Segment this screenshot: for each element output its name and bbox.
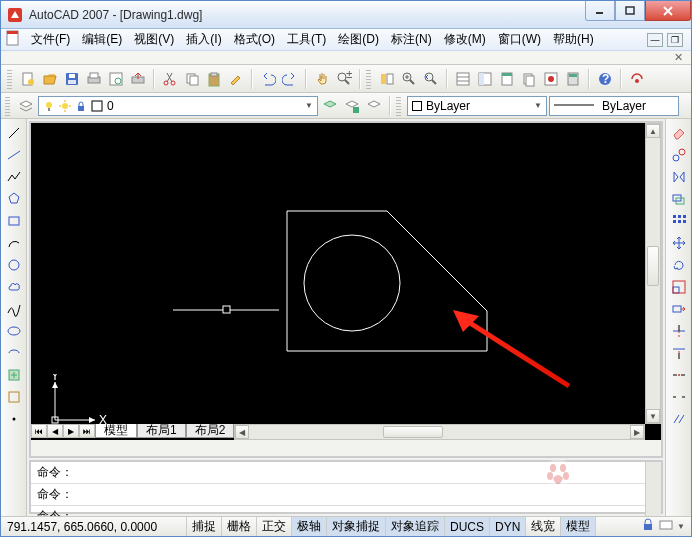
copy-button[interactable] (182, 69, 202, 89)
insert-block-tool[interactable] (4, 365, 24, 385)
ortho-toggle[interactable]: 正交 (257, 517, 292, 536)
zoom-previous-button[interactable] (421, 69, 441, 89)
layout2-tab[interactable]: 布局2 (186, 424, 235, 438)
menu-view[interactable]: 视图(V) (128, 29, 180, 50)
snap-toggle[interactable]: 捕捉 (187, 517, 222, 536)
erase-tool[interactable] (669, 123, 689, 143)
toolbar-grip[interactable] (7, 69, 12, 89)
status-annotation-icon[interactable] (659, 518, 673, 535)
new-button[interactable] (18, 69, 38, 89)
sheet-set-button[interactable] (519, 69, 539, 89)
paste-button[interactable] (204, 69, 224, 89)
menu-draw[interactable]: 绘图(D) (332, 29, 385, 50)
extend-tool[interactable] (669, 343, 689, 363)
mdi-restore[interactable]: ❐ (667, 33, 683, 47)
model-toggle[interactable]: 模型 (561, 517, 596, 536)
status-lock-icon[interactable] (641, 518, 655, 535)
dcc-button[interactable] (377, 69, 397, 89)
tab-next-icon[interactable]: ▶ (63, 424, 79, 438)
save-button[interactable] (62, 69, 82, 89)
designcenter-button[interactable] (475, 69, 495, 89)
status-tray-arrow-icon[interactable]: ▼ (677, 522, 685, 531)
horizontal-scrollbar[interactable]: ◀ ▶ (234, 424, 645, 440)
plot-button[interactable] (84, 69, 104, 89)
polygon-tool[interactable] (4, 189, 24, 209)
grid-toggle[interactable]: 栅格 (222, 517, 257, 536)
menu-file[interactable]: 文件(F) (25, 29, 76, 50)
menu-insert[interactable]: 插入(I) (180, 29, 227, 50)
scroll-right-icon[interactable]: ▶ (630, 425, 644, 439)
quickcalc-button[interactable] (563, 69, 583, 89)
menu-edit[interactable]: 编辑(E) (76, 29, 128, 50)
menu-help[interactable]: 帮助(H) (547, 29, 600, 50)
rectangle-tool[interactable] (4, 211, 24, 231)
break-at-point-tool[interactable] (669, 365, 689, 385)
markup-button[interactable] (541, 69, 561, 89)
mdi-close-icon[interactable]: ✕ (674, 51, 683, 64)
revision-cloud-tool[interactable] (4, 277, 24, 297)
tool-palettes-button[interactable] (497, 69, 517, 89)
comm-center-button[interactable] (627, 69, 647, 89)
scale-tool[interactable] (669, 277, 689, 297)
scroll-up-icon[interactable]: ▲ (646, 124, 660, 138)
linetype-dropdown[interactable]: ByLayer (549, 96, 679, 116)
offset-tool[interactable] (669, 189, 689, 209)
vertical-scrollbar[interactable]: ▲ ▼ (645, 123, 661, 424)
maximize-button[interactable] (615, 1, 645, 21)
point-tool[interactable] (4, 409, 24, 429)
scroll-down-icon[interactable]: ▼ (646, 409, 660, 423)
menu-window[interactable]: 窗口(W) (492, 29, 547, 50)
cut-button[interactable] (160, 69, 180, 89)
redo-button[interactable] (280, 69, 300, 89)
layer-tool-button[interactable] (364, 96, 384, 116)
osnap-toggle[interactable]: 对象捕捉 (327, 517, 386, 536)
spline-tool[interactable] (4, 299, 24, 319)
layout1-tab[interactable]: 布局1 (137, 424, 186, 438)
dyn-toggle[interactable]: DYN (490, 517, 526, 536)
plot-preview-button[interactable] (106, 69, 126, 89)
join-tool[interactable] (669, 409, 689, 429)
match-properties-button[interactable] (226, 69, 246, 89)
command-window[interactable]: 命令： 命令： 命令： (29, 460, 663, 514)
circle-tool[interactable] (4, 255, 24, 275)
coordinates-display[interactable]: 791.1457, 665.0660, 0.0000 (1, 517, 187, 536)
ducs-toggle[interactable]: DUCS (445, 517, 490, 536)
layers-grip[interactable] (5, 96, 10, 116)
arc-tool[interactable] (4, 233, 24, 253)
make-block-tool[interactable] (4, 387, 24, 407)
stretch-tool[interactable] (669, 299, 689, 319)
title-bar[interactable]: AutoCAD 2007 - [Drawing1.dwg] (1, 1, 691, 29)
color-dropdown[interactable]: ByLayer ▼ (407, 96, 547, 116)
scroll-left-icon[interactable]: ◀ (235, 425, 249, 439)
undo-button[interactable] (258, 69, 278, 89)
menu-dimension[interactable]: 标注(N) (385, 29, 438, 50)
tab-first-icon[interactable]: ⏮ (31, 424, 47, 438)
trim-tool[interactable] (669, 321, 689, 341)
polyline-tool[interactable] (4, 167, 24, 187)
layer-properties-button[interactable] (16, 96, 36, 116)
break-tool[interactable] (669, 387, 689, 407)
layer-previous-button[interactable] (320, 96, 340, 116)
menu-tools[interactable]: 工具(T) (281, 29, 332, 50)
properties-grip[interactable] (396, 96, 401, 116)
close-button[interactable] (645, 1, 691, 21)
rotate-tool[interactable] (669, 255, 689, 275)
ellipse-tool[interactable] (4, 321, 24, 341)
help-button[interactable]: ? (595, 69, 615, 89)
model-tab[interactable]: 模型 (95, 424, 137, 438)
menu-modify[interactable]: 修改(M) (438, 29, 492, 50)
lwt-toggle[interactable]: 线宽 (526, 517, 561, 536)
tab-prev-icon[interactable]: ◀ (47, 424, 63, 438)
menu-format[interactable]: 格式(O) (228, 29, 281, 50)
mdi-minimize[interactable]: — (647, 33, 663, 47)
move-tool[interactable] (669, 233, 689, 253)
layer-states-button[interactable] (342, 96, 362, 116)
zoom-realtime-button[interactable]: ± (334, 69, 354, 89)
mirror-tool[interactable] (669, 167, 689, 187)
minimize-button[interactable] (585, 1, 615, 21)
properties-button[interactable] (453, 69, 473, 89)
drawing-canvas[interactable]: X Y ▲ ▼ ⏮ ◀ ▶ ⏭ 模型 布局1 布局2 ◀ (29, 121, 663, 458)
array-tool[interactable] (669, 211, 689, 231)
tab-last-icon[interactable]: ⏭ (79, 424, 95, 438)
pan-button[interactable] (312, 69, 332, 89)
